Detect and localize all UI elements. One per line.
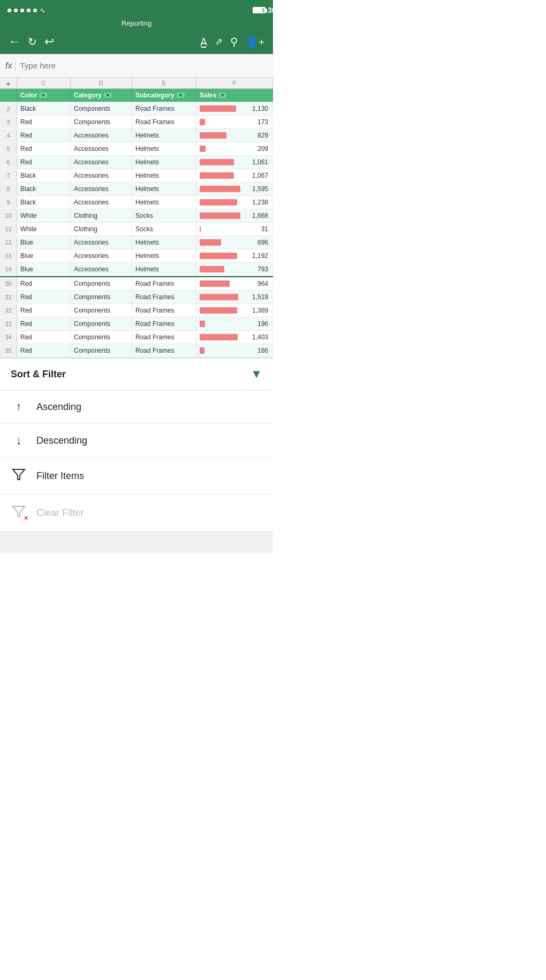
cell-subcategory: Helmets xyxy=(132,183,196,195)
sales-bar xyxy=(200,159,234,165)
table-row: 34RedComponentsRoad Frames1,403 xyxy=(0,331,273,344)
sales-value: 793 xyxy=(257,265,268,273)
cell-subcategory: Road Frames xyxy=(132,304,196,317)
expand-button[interactable]: ⇗ xyxy=(215,36,223,48)
row-number: 10 xyxy=(0,210,17,222)
cell-category: Accessories xyxy=(71,183,132,195)
data-rows-container: 2BlackComponentsRoad Frames1,1303RedComp… xyxy=(0,102,273,358)
descending-item[interactable]: ↓ Descending xyxy=(0,424,273,458)
ascending-item[interactable]: ↑ Ascending xyxy=(0,390,273,424)
sales-bar xyxy=(200,266,224,272)
table-row: 11WhiteClothingSocks31 xyxy=(0,223,273,236)
sales-bar xyxy=(200,280,230,287)
sort-filter-chevron-icon[interactable]: ▼ xyxy=(251,367,262,381)
toolbar-left: ← ↻ ↩ xyxy=(9,35,54,49)
table-row: 13BlueAccessoriesHelmets1,192 xyxy=(0,249,273,263)
cell-sales: 1,369 xyxy=(196,304,273,317)
cell-color: Black xyxy=(17,102,71,115)
sales-value: 829 xyxy=(257,132,268,139)
cell-sales: 1,519 xyxy=(196,291,273,303)
sales-bar xyxy=(200,307,237,314)
cell-category: Accessories xyxy=(71,263,132,276)
subcategory-filter-icon[interactable]: ▼ xyxy=(177,93,185,98)
cell-color: Black xyxy=(17,196,71,209)
row-number: 3 xyxy=(0,116,17,128)
row-number: 14 xyxy=(0,263,17,275)
sales-value: 1,668 xyxy=(252,212,268,219)
table-row: 2BlackComponentsRoad Frames1,130 xyxy=(0,102,273,116)
cell-subcategory: Helmets xyxy=(132,156,196,169)
header-sales[interactable]: Sales ▼ xyxy=(196,89,273,102)
status-bar: ∿ 12:30 PM xyxy=(0,0,273,19)
back-button[interactable]: ← xyxy=(9,35,20,49)
cell-sales: 696 xyxy=(196,236,273,249)
cell-color: Red xyxy=(17,344,71,357)
cell-category: Accessories xyxy=(71,129,132,142)
signal-dot-3 xyxy=(20,9,24,12)
sales-value: 1,403 xyxy=(252,333,268,341)
cell-category: Accessories xyxy=(71,236,132,249)
table-row: 7BlackAccessoriesHelmets1,067 xyxy=(0,169,273,183)
descending-icon: ↓ xyxy=(11,434,27,447)
header-subcategory[interactable]: Subcategory ▼ xyxy=(132,89,196,102)
cell-color: Red xyxy=(17,129,71,142)
sales-filter-icon[interactable]: ▼ xyxy=(218,93,226,98)
corner-cell: ▲ xyxy=(0,78,17,88)
sales-bar xyxy=(200,146,206,152)
signal-dot-1 xyxy=(7,9,11,12)
formula-input[interactable] xyxy=(20,61,268,70)
toolbar-right: A̲ ⇗ ⚲ 👤+ xyxy=(200,35,264,48)
app-title: Reporting xyxy=(122,19,151,27)
cell-category: Clothing xyxy=(71,223,132,235)
signal-dot-5 xyxy=(33,9,37,12)
cell-subcategory: Road Frames xyxy=(132,277,196,290)
sales-value: 209 xyxy=(257,145,268,153)
table-row: 33RedComponentsRoad Frames196 xyxy=(0,317,273,331)
sales-value: 1,067 xyxy=(252,172,268,179)
clear-filter-item[interactable]: ✕ Clear Filter xyxy=(0,495,273,531)
cell-color: Red xyxy=(17,317,71,330)
filter-items-item[interactable]: Filter Items xyxy=(0,458,273,495)
cell-category: Accessories xyxy=(71,156,132,169)
search-button[interactable]: ⚲ xyxy=(230,35,238,48)
cell-category: Components xyxy=(71,116,132,128)
header-category[interactable]: Category ▼ xyxy=(71,89,132,102)
row-number: 9 xyxy=(0,196,17,208)
sales-value: 1,192 xyxy=(252,252,268,260)
category-filter-icon[interactable]: ▼ xyxy=(104,93,112,98)
sales-bar xyxy=(200,199,237,206)
sales-value: 1,061 xyxy=(252,158,268,166)
sales-bar xyxy=(200,347,204,354)
cell-sales: 1,061 xyxy=(196,156,273,169)
undo-button[interactable]: ↩ xyxy=(44,35,54,49)
row-number: 30 xyxy=(0,278,17,290)
sort-filter-header[interactable]: Sort & Filter ▼ xyxy=(0,358,273,390)
filter-items-label: Filter Items xyxy=(36,470,84,482)
cell-sales: 1,238 xyxy=(196,196,273,209)
font-style-button[interactable]: A̲ xyxy=(200,36,207,48)
cell-color: Red xyxy=(17,291,71,303)
wifi-icon: ∿ xyxy=(40,6,46,14)
signal-dot-4 xyxy=(27,9,31,12)
header-color[interactable]: Color ▼ xyxy=(17,89,71,102)
sales-bar xyxy=(200,105,236,112)
cell-subcategory: Helmets xyxy=(132,263,196,276)
cell-sales: 209 xyxy=(196,142,273,155)
descending-label: Descending xyxy=(36,435,87,446)
battery-fill xyxy=(254,8,262,12)
spreadsheet: ▲ C D E F 1 Color ▼ Category ▼ Subcatego… xyxy=(0,78,273,358)
row-number: 13 xyxy=(0,250,17,262)
color-filter-icon[interactable]: ▼ xyxy=(39,93,47,98)
table-row: 31RedComponentsRoad Frames1,519 xyxy=(0,291,273,304)
cell-category: Accessories xyxy=(71,169,132,182)
sales-bar xyxy=(200,253,237,259)
add-person-button[interactable]: 👤+ xyxy=(246,36,264,48)
column-headers-row: ▲ C D E F xyxy=(0,78,273,89)
table-row: 5RedAccessoriesHelmets209 xyxy=(0,142,273,156)
bottom-spacer xyxy=(0,531,273,553)
cell-sales: 1,067 xyxy=(196,169,273,182)
row-num-1: 1 xyxy=(0,89,17,101)
refresh-button[interactable]: ↻ xyxy=(28,35,37,48)
sales-value: 173 xyxy=(257,118,268,126)
sales-value: 166 xyxy=(257,347,268,354)
